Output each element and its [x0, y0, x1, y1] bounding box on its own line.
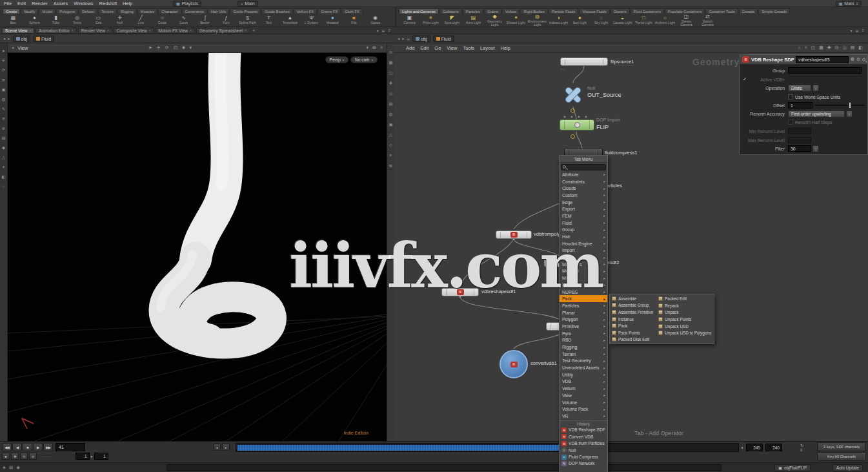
shelf-tool[interactable]: ◍ Environment Light	[527, 14, 548, 27]
viewport-tool-icon[interactable]: ✎	[2, 107, 5, 111]
network-menu-item[interactable]: Help	[500, 45, 510, 51]
range-start-field[interactable]: 240	[746, 444, 763, 451]
shelf-tab[interactable]: Modify	[21, 8, 38, 14]
pane-tab[interactable]: Animation Editor ×	[35, 28, 77, 34]
tab-menu-category[interactable]: Fluid ▸	[560, 220, 607, 227]
tab-menu-category[interactable]: Mask ▸	[560, 274, 607, 282]
path-current[interactable]: Fluid	[33, 36, 54, 42]
tab-menu-category[interactable]: Export ▸	[560, 205, 607, 212]
close-icon[interactable]: ×	[107, 28, 109, 32]
shelf-tab[interactable]: Polygons	[56, 8, 78, 14]
max-level-field[interactable]	[788, 137, 811, 143]
history-item[interactable]: ≋ VDB Reshape SDF	[560, 427, 607, 433]
display-option-icon[interactable]: ◇	[389, 143, 392, 147]
shelf-tab[interactable]: Container Tools	[705, 8, 738, 14]
menu-item[interactable]: Redshift	[99, 1, 117, 6]
node-vdbfrompolygons[interactable]: ≋	[496, 231, 532, 239]
shelf-tool[interactable]: ◎ Torus	[66, 14, 88, 27]
network-header-icon[interactable]: ▤	[851, 45, 855, 50]
network-menu-item[interactable]: Add	[406, 45, 414, 51]
viewport-tool-icon[interactable]: ≋	[2, 116, 5, 121]
node-display-ring[interactable]	[570, 134, 575, 139]
slider-handle[interactable]	[849, 102, 851, 108]
tab-menu-category[interactable]: NURBS ▸	[560, 289, 607, 296]
tab-menu-category[interactable]: Terrain ▸	[560, 351, 607, 358]
network-header-icon[interactable]: ⊟	[835, 45, 839, 50]
tab-menu-category[interactable]: Test Geometry ▸	[560, 358, 607, 365]
shelf-tool[interactable]: ◌ Sky Light	[590, 14, 612, 27]
renorm-dropdown[interactable]: First-order upwinding	[788, 110, 845, 118]
shelf-tool[interactable]: ◆ Geometry Light	[484, 14, 505, 27]
half-steps-checkbox[interactable]	[788, 119, 793, 125]
range-end-field[interactable]: 240	[765, 444, 782, 451]
display-option-icon[interactable]: ◍	[389, 112, 393, 116]
shelf-tool[interactable]: ▣ Camera	[399, 14, 420, 27]
shelf-tool[interactable]: ○ Ambient Light	[654, 14, 676, 27]
auto-update-selector[interactable]: Auto Update	[833, 464, 863, 471]
tab-menu-category[interactable]: Attribute ▸	[560, 171, 607, 178]
shelf-tab[interactable]: Grains FX	[318, 8, 341, 14]
playbar-option-button[interactable]: ◂	[213, 444, 221, 451]
display-option-icon[interactable]: ✚	[389, 81, 392, 85]
shelf-tab[interactable]: Grains	[484, 8, 501, 14]
viewport-tool-icon[interactable]: ➤	[2, 48, 5, 53]
submenu-item[interactable]: Assemble	[611, 295, 657, 302]
node-flipsource1[interactable]	[560, 57, 608, 66]
history-item[interactable]: ≈ Fluid Compress	[560, 453, 607, 460]
status-icon[interactable]: ◉	[16, 465, 20, 470]
key-all-channels-button[interactable]: Key All Channels	[817, 452, 866, 461]
transport-button[interactable]: ▶▶	[43, 443, 53, 451]
network-header-icon[interactable]: ≡	[805, 45, 807, 50]
transport-button[interactable]: ◀◀	[2, 443, 12, 451]
pane-control-icon[interactable]: ⊞	[855, 28, 858, 33]
menu-item[interactable]: Assets	[54, 1, 68, 6]
back-icon[interactable]: ◂	[3, 36, 5, 41]
history-item[interactable]: ✎ DOP Network	[560, 460, 607, 467]
viewport-toolbar-icon[interactable]: ➤	[148, 45, 152, 50]
shelf-tool[interactable]: ⇄ Switch Camera	[697, 14, 718, 27]
display-option-icon[interactable]: ▣	[389, 122, 392, 127]
shelf-tab[interactable]: Populate Containers	[665, 8, 705, 14]
offset-field[interactable]	[788, 102, 812, 108]
viewport-tool-icon[interactable]: ⊚	[2, 126, 5, 130]
current-frame-field[interactable]: 41	[56, 443, 85, 451]
history-item[interactable]: ≋ Convert VDB	[560, 433, 607, 440]
tab-menu-category[interactable]: Houdini Engine ▸	[560, 240, 607, 247]
shelf-tab[interactable]: Viscous Fluids	[579, 8, 609, 14]
submenu-item[interactable]: Packed Edit	[657, 295, 713, 302]
filter-field[interactable]	[788, 145, 811, 152]
close-icon[interactable]: ×	[245, 28, 247, 32]
desktop-chip[interactable]: + Main	[237, 1, 258, 6]
tab-menu-category[interactable]: VDB ▸	[560, 378, 607, 385]
shelf-tool[interactable]: ◫ Stereo Camera	[676, 14, 697, 27]
playback-range-start[interactable]: 1	[76, 453, 90, 460]
network-menu-item[interactable]: Layout	[480, 45, 495, 51]
tab-menu-category[interactable]: Clouds ▸	[560, 185, 607, 192]
stepper-icon[interactable]: ↕	[812, 145, 819, 152]
stepper-icon[interactable]: ↕	[846, 110, 853, 118]
history-item[interactable]: ≋ VDB from Particles	[560, 440, 607, 447]
tab-menu-category[interactable]: Constraints ▸	[560, 178, 607, 185]
shelf-tool[interactable]: ✛ Null	[109, 14, 130, 27]
shelf-tab[interactable]: Rigid Bodies	[520, 8, 548, 14]
submenu-item[interactable]: Assemble Primitive	[611, 309, 657, 316]
shelf-tab[interactable]: Oceans	[611, 8, 630, 14]
hip-file-chip[interactable]: ▣ objFluidFLIP	[774, 464, 811, 471]
persp-selector[interactable]: Persp ▾	[325, 56, 349, 63]
shelf-tool[interactable]: ● Sphere	[24, 14, 45, 27]
shelf-tab[interactable]: Model	[39, 8, 56, 14]
menu-item[interactable]: Help	[123, 1, 132, 6]
shelf-tab[interactable]: Simple Crowds	[758, 8, 790, 14]
viewport-header-icon[interactable]: ▾	[367, 45, 369, 50]
display-option-icon[interactable]: ⊙	[389, 50, 392, 54]
display-option-icon[interactable]: ◎	[389, 91, 393, 96]
pane-control-icon[interactable]: ⊞	[381, 28, 385, 33]
tab-menu-category[interactable]: Volume ▸	[560, 399, 607, 406]
tab-menu-category[interactable]: Import ▸	[560, 247, 607, 254]
min-level-field[interactable]	[788, 128, 811, 134]
viewport-tool-icon[interactable]: ◧	[1, 174, 5, 179]
tab-menu-category[interactable]: RBD ▸	[560, 337, 607, 344]
net-path-root[interactable]: obj	[412, 36, 430, 42]
viewport-tool-icon[interactable]: △	[2, 155, 5, 159]
viewport-tool-icon[interactable]: ⟳	[2, 68, 5, 72]
